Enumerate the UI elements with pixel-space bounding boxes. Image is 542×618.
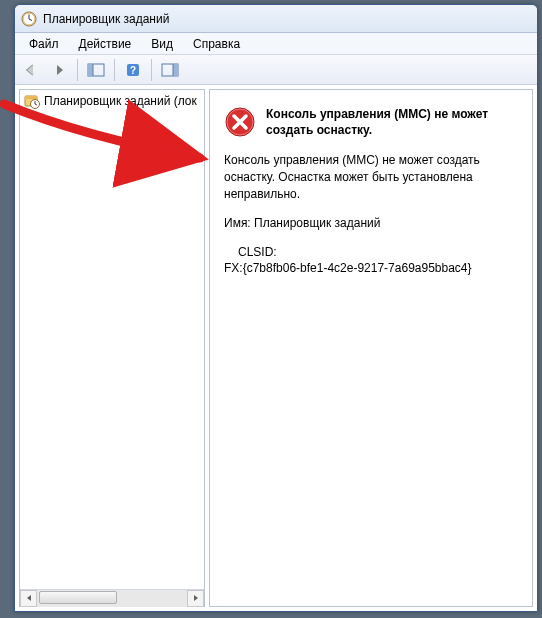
triangle-right-icon: [192, 594, 200, 602]
toolbar-separator: [151, 59, 152, 81]
show-hide-action-pane-button[interactable]: [158, 58, 182, 82]
scroll-left-button[interactable]: [20, 590, 37, 607]
svg-rect-10: [173, 64, 178, 76]
svg-rect-5: [88, 64, 93, 76]
menu-view[interactable]: Вид: [141, 35, 183, 53]
error-icon: [224, 106, 256, 138]
toolbar: ?: [15, 55, 537, 85]
error-name-line: Имя: Планировщик заданий: [224, 215, 518, 232]
error-name-label: Имя:: [224, 216, 251, 230]
error-title: Консоль управления (MMC) не может создат…: [266, 106, 518, 138]
help-button[interactable]: ?: [121, 58, 145, 82]
title-bar: Планировщик заданий: [15, 5, 537, 33]
svg-text:?: ?: [130, 65, 136, 76]
tree-root-item[interactable]: Планировщик заданий (лок: [22, 92, 202, 110]
error-clsid-value: FX:{c7b8fb06-bfe1-4c2e-9217-7a69a95bbac4…: [224, 260, 518, 277]
help-icon: ?: [125, 62, 141, 78]
scroll-thumb[interactable]: [39, 591, 117, 604]
back-button[interactable]: [19, 58, 43, 82]
forward-arrow-icon: [51, 62, 67, 78]
scheduler-icon: [24, 93, 40, 109]
error-name-value: Планировщик заданий: [254, 216, 380, 230]
tree-root-label: Планировщик заданий (лок: [44, 94, 197, 108]
show-hide-tree-button[interactable]: [84, 58, 108, 82]
client-area: Планировщик заданий (лок: [15, 85, 537, 611]
result-pane: Консоль управления (MMC) не может создат…: [209, 89, 533, 607]
error-description: Консоль управления (MMC) не может создат…: [224, 152, 518, 202]
app-window: Планировщик заданий Файл Действие Вид Сп…: [14, 4, 538, 612]
menu-help[interactable]: Справка: [183, 35, 250, 53]
window-title: Планировщик заданий: [43, 12, 169, 26]
error-clsid-block: CLSID: FX:{c7b8fb06-bfe1-4c2e-9217-7a69a…: [224, 244, 518, 278]
scroll-right-button[interactable]: [187, 590, 204, 607]
clock-icon: [21, 11, 37, 27]
svg-rect-13: [25, 96, 37, 99]
scroll-track[interactable]: [37, 590, 187, 607]
toolbar-separator: [114, 59, 115, 81]
back-arrow-icon: [23, 62, 39, 78]
console-tree[interactable]: Планировщик заданий (лок: [20, 90, 204, 589]
horizontal-scrollbar[interactable]: [20, 589, 204, 606]
error-body: Консоль управления (MMC) не может создат…: [224, 152, 518, 277]
forward-button[interactable]: [47, 58, 71, 82]
menu-bar: Файл Действие Вид Справка: [15, 33, 537, 55]
console-tree-pane: Планировщик заданий (лок: [19, 89, 205, 607]
menu-file[interactable]: Файл: [19, 35, 69, 53]
toolbar-separator: [77, 59, 78, 81]
menu-action[interactable]: Действие: [69, 35, 142, 53]
pane-icon: [161, 62, 179, 78]
error-clsid-label: CLSID:: [238, 244, 518, 261]
layout-icon: [87, 62, 105, 78]
triangle-left-icon: [25, 594, 33, 602]
error-header: Консоль управления (MMC) не может создат…: [224, 106, 518, 138]
